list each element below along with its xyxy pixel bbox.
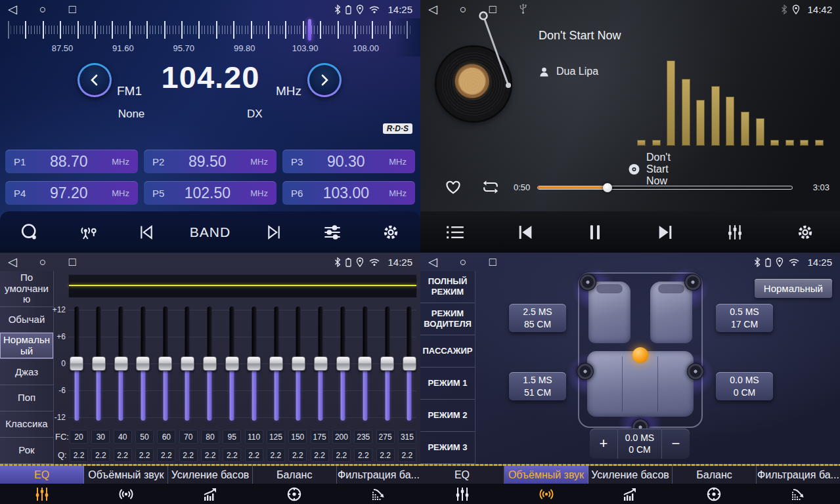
slider-handle[interactable] [92, 356, 106, 371]
slider-handle[interactable] [336, 356, 350, 371]
eq-band-slider[interactable] [358, 304, 372, 423]
recents-icon[interactable]: □ [489, 256, 497, 268]
slider-handle[interactable] [247, 356, 261, 371]
tab-surround[interactable]: Объёмный звук [504, 466, 588, 484]
playlist-icon[interactable] [439, 217, 471, 248]
eq-sliders-icon[interactable] [0, 486, 84, 502]
slider-handle[interactable] [292, 356, 305, 371]
repeat-icon[interactable] [481, 179, 500, 195]
eq-band-slider[interactable] [92, 304, 106, 423]
bass-boost-icon[interactable] [588, 486, 673, 502]
eq-sliders-icon[interactable] [420, 486, 504, 502]
tab-bass-boost[interactable]: Усиление басов [588, 466, 673, 484]
filter-icon[interactable] [756, 486, 840, 502]
broadcast-st-button[interactable] [72, 217, 104, 248]
rear-right-speaker-icon[interactable] [687, 363, 704, 380]
tab-bass-boost[interactable]: Усиление басов [168, 466, 252, 484]
eq-band-slider[interactable] [181, 304, 194, 423]
eq-band-slider[interactable] [158, 304, 172, 423]
seek-down-button[interactable] [77, 63, 112, 97]
balance-icon[interactable] [252, 486, 336, 503]
settings-gear-icon[interactable] [375, 217, 407, 248]
previous-button[interactable] [131, 217, 162, 248]
pause-button[interactable] [579, 217, 611, 248]
slider-handle[interactable] [136, 356, 150, 371]
previous-track-button[interactable] [510, 217, 541, 248]
eq-band-slider[interactable] [380, 304, 394, 423]
mode-item[interactable]: РЕЖИМ ВОДИТЕЛЯ [420, 303, 475, 335]
front-left-delay-button[interactable]: 2.5 MS 85 CM [509, 304, 566, 332]
tab-eq-sliders[interactable]: EQ [0, 466, 84, 484]
eq-band-slider[interactable] [269, 304, 283, 423]
slider-handle[interactable] [314, 356, 328, 371]
eq-band-slider[interactable] [403, 304, 416, 423]
home-icon[interactable]: ○ [39, 256, 47, 268]
home-icon[interactable]: ○ [460, 3, 467, 15]
slider-handle[interactable] [181, 356, 194, 371]
seek-up-button[interactable] [307, 63, 342, 97]
filter-icon[interactable] [336, 486, 420, 502]
eq-preset-item[interactable]: Поп [0, 385, 53, 411]
preset-button-p6[interactable]: P6103.00MHz [282, 181, 415, 205]
mode-item[interactable]: РЕЖИМ 1 [420, 368, 475, 400]
recents-icon[interactable]: □ [69, 256, 76, 268]
slider-handle[interactable] [380, 356, 394, 371]
progress-bar[interactable] [537, 186, 793, 190]
eq-preset-item[interactable]: Джаз [0, 359, 53, 385]
preset-button-p3[interactable]: P390.30MHz [282, 150, 415, 173]
slider-handle[interactable] [269, 356, 283, 371]
home-icon[interactable]: ○ [39, 3, 47, 15]
recents-icon[interactable]: □ [489, 3, 497, 15]
preset-button-p2[interactable]: P289.50MHz [144, 150, 276, 173]
progress-knob[interactable] [603, 183, 612, 192]
eq-band-slider[interactable] [114, 304, 128, 423]
surround-icon[interactable] [504, 486, 588, 502]
back-icon[interactable]: ◁ [8, 256, 17, 268]
slider-handle[interactable] [158, 356, 172, 371]
tuning-indicator[interactable] [308, 19, 311, 41]
tab-balance[interactable]: Баланс [673, 466, 757, 484]
eq-preset-item[interactable]: Классика [0, 411, 53, 438]
eq-band-slider[interactable] [314, 304, 328, 423]
rear-right-delay-button[interactable]: 0.0 MS 0 CM [716, 372, 773, 400]
eq-band-slider[interactable] [292, 304, 305, 423]
listening-position-dot[interactable] [632, 347, 648, 363]
preset-button-p5[interactable]: P5102.50MHz [144, 181, 276, 205]
eq-band-slider[interactable] [70, 304, 83, 423]
eq-preset-item[interactable]: По умолчанию [0, 271, 53, 307]
slider-handle[interactable] [114, 356, 128, 371]
mode-item[interactable]: ПОЛНЫЙ РЕЖИМ [420, 271, 475, 303]
slider-handle[interactable] [203, 356, 217, 371]
tab-filter[interactable]: Фильтрация ба... [337, 466, 420, 484]
front-right-speaker-icon[interactable] [684, 274, 701, 291]
settings-gear-icon[interactable] [789, 217, 821, 248]
scan-button[interactable] [14, 217, 45, 248]
decrease-delay-button[interactable]: − [662, 429, 690, 459]
increase-delay-button[interactable]: + [590, 429, 617, 459]
eq-band-slider[interactable] [225, 304, 239, 423]
eq-preset-item[interactable]: Обычай [0, 307, 53, 333]
eq-preset-item[interactable]: Рок [0, 438, 53, 464]
audio-settings-icon[interactable] [317, 217, 348, 248]
mode-item[interactable]: РЕЖИМ 2 [420, 400, 475, 432]
preset-button-p4[interactable]: P497.20MHz [5, 181, 138, 205]
slider-handle[interactable] [70, 356, 83, 371]
tab-surround[interactable]: Объёмный звук [84, 466, 168, 484]
favorite-heart-icon[interactable] [444, 178, 462, 195]
back-icon[interactable]: ◁ [428, 256, 437, 268]
frequency-ruler[interactable]: 87.5091.6095.7099.80103.90108.00 [0, 18, 420, 56]
next-track-button[interactable] [650, 217, 681, 248]
rear-left-speaker-icon[interactable] [577, 363, 594, 380]
sound-preset-button[interactable]: Нормальный [755, 279, 832, 298]
eq-band-slider[interactable] [247, 304, 261, 423]
tab-balance[interactable]: Баланс [253, 466, 337, 484]
tab-eq-sliders[interactable]: EQ [420, 466, 504, 484]
tab-filter[interactable]: Фильтрация ба... [757, 466, 840, 484]
eq-band-slider[interactable] [203, 304, 217, 423]
back-icon[interactable]: ◁ [8, 3, 17, 15]
slider-handle[interactable] [358, 356, 372, 371]
back-icon[interactable]: ◁ [428, 3, 437, 15]
bass-boost-icon[interactable] [168, 486, 252, 502]
eq-band-slider[interactable] [336, 304, 350, 423]
eq-sliders-icon[interactable] [719, 217, 751, 248]
